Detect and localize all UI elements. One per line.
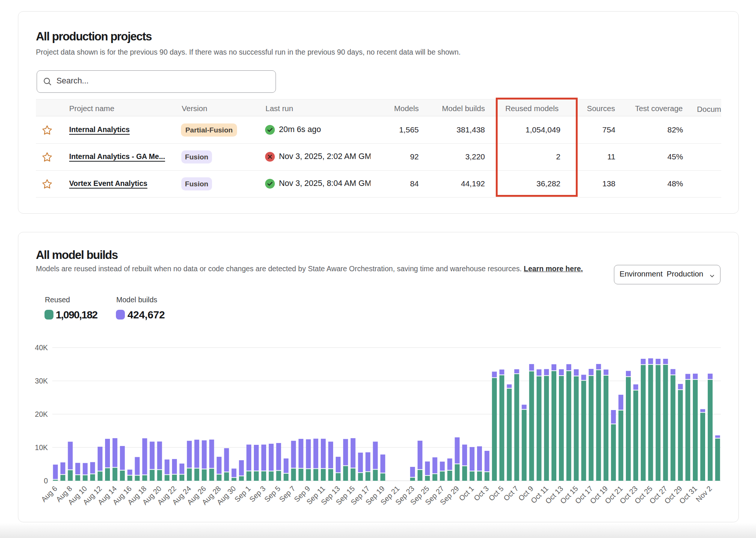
svg-text:10K: 10K [35, 443, 48, 452]
svg-text:Oct 7: Oct 7 [502, 484, 520, 502]
svg-text:Sep 1: Sep 1 [233, 484, 252, 504]
svg-text:Sep 7: Sep 7 [277, 484, 297, 504]
svg-text:40K: 40K [35, 343, 48, 352]
svg-text:Oct 1: Oct 1 [457, 484, 476, 502]
svg-text:Oct 3: Oct 3 [472, 484, 491, 502]
svg-text:30K: 30K [35, 377, 48, 385]
svg-text:Sep 5: Sep 5 [262, 484, 282, 504]
svg-text:0: 0 [44, 477, 48, 485]
svg-text:20K: 20K [35, 410, 48, 418]
svg-text:Oct 5: Oct 5 [487, 484, 505, 502]
svg-text:Nov 2: Nov 2 [694, 484, 714, 504]
svg-text:Sep 3: Sep 3 [248, 484, 267, 504]
svg-text:Aug 6: Aug 6 [39, 484, 59, 504]
